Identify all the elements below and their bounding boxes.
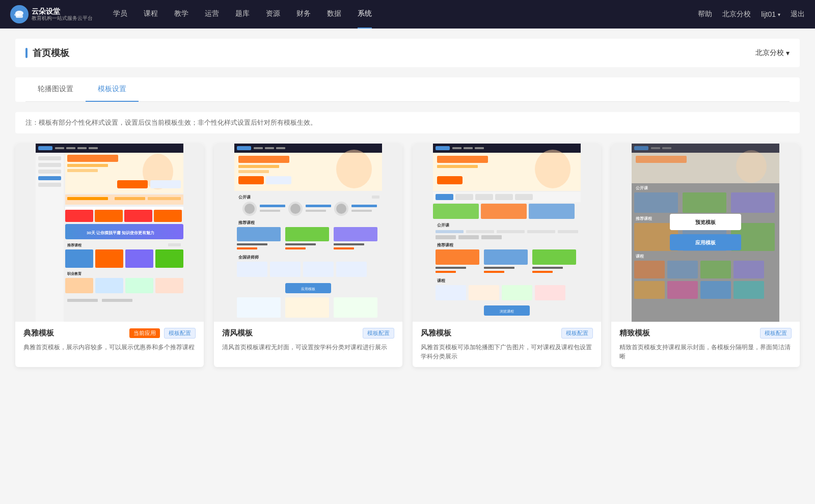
nav-xitong[interactable]: 系统 (358, 0, 372, 29)
page-header: 首页模板 北京分校 ▾ (15, 39, 800, 67)
svg-point-151 (736, 150, 767, 183)
svg-rect-87 (237, 262, 267, 277)
nav-caiwu[interactable]: 财务 (296, 0, 311, 29)
svg-rect-75 (237, 227, 281, 241)
svg-rect-42 (125, 278, 153, 293)
svg-text:公开课: 公开课 (238, 195, 251, 200)
badge-config-jingzhi[interactable]: 模板配置 (760, 328, 792, 339)
template-grid: 30天 让你摆脱平庸 知识使你更有魅力 推荐课程 职业教育 (15, 144, 800, 367)
nav-shuju[interactable]: 数据 (327, 0, 341, 29)
svg-text:推荐课程: 推荐课程 (238, 220, 255, 225)
svg-rect-80 (285, 243, 316, 245)
svg-rect-127 (436, 267, 466, 269)
svg-rect-131 (484, 267, 514, 269)
svg-rect-88 (270, 262, 301, 277)
svg-rect-55 (238, 170, 269, 173)
tab-moban[interactable]: 模板设置 (86, 77, 139, 102)
svg-rect-43 (155, 278, 183, 293)
template-badges-dianyang: 当前应用 模板配置 (129, 328, 196, 339)
notice-text: 注：模板有部分个性化样式设置，设置后仅当前模板生效；非个性化样式设置后针对所有模… (15, 112, 800, 133)
svg-text:课程: 课程 (636, 254, 644, 259)
svg-rect-130 (484, 249, 528, 265)
badge-config-qingfeng[interactable]: 模板配置 (363, 328, 394, 339)
svg-rect-18 (67, 169, 98, 172)
branch-name: 北京分校 (755, 48, 784, 58)
template-preview-qingfeng: 公开课 推荐课程 (214, 144, 402, 322)
template-desc-dianyang: 典雅首页模板，展示内容较多，可以展示优惠券和多个推荐课程 (23, 343, 196, 352)
branch-link[interactable]: 北京分校 (722, 10, 751, 19)
tabs-container: 轮播图设置 模板设置 (15, 77, 800, 102)
svg-rect-119 (527, 230, 555, 233)
svg-rect-120 (558, 230, 578, 233)
template-desc-jingzhi: 精致首页模板支持课程展示封面，各模板分隔明显，界面简洁清晰 (619, 343, 792, 361)
chevron-down-icon: ▾ (778, 12, 780, 17)
svg-rect-90 (336, 262, 367, 277)
svg-point-56 (336, 150, 372, 188)
user-dropdown[interactable]: lijt01 ▾ (761, 10, 780, 18)
svg-rect-89 (303, 262, 334, 277)
svg-rect-72 (351, 210, 372, 212)
svg-text:职业教育: 职业教育 (67, 271, 82, 276)
svg-rect-136 (532, 271, 553, 273)
svg-rect-84 (334, 243, 364, 245)
tab-lunbotu[interactable]: 轮播图设置 (25, 77, 86, 102)
svg-rect-150 (636, 156, 687, 163)
svg-rect-139 (469, 285, 499, 300)
svg-rect-10 (38, 156, 61, 160)
svg-rect-30 (154, 210, 182, 222)
nav-jiaoxue[interactable]: 教学 (174, 0, 188, 29)
svg-rect-163 (700, 261, 731, 278)
svg-rect-146 (634, 146, 648, 150)
template-card-qingfeng: 公开课 推荐课程 (214, 144, 402, 367)
svg-rect-109 (475, 194, 493, 200)
template-card-jingzhi: 公开课 推荐课程 课程 (611, 144, 800, 367)
svg-point-104 (535, 150, 570, 188)
template-desc-qingfeng: 清风首页模板课程无封面，可设置按学科分类对课程进行展示 (222, 343, 394, 352)
svg-rect-132 (484, 271, 504, 273)
svg-rect-128 (436, 271, 456, 273)
svg-rect-100 (475, 147, 484, 149)
svg-rect-38 (155, 249, 183, 268)
header: 云朵设堂 教育机构一站式服务云平台 学员 课程 教学 运营 题库 资源 财务 数… (0, 0, 815, 29)
svg-rect-53 (238, 156, 289, 163)
svg-rect-36 (95, 249, 123, 268)
svg-rect-2 (16, 15, 23, 18)
svg-rect-51 (276, 147, 285, 149)
logout-link[interactable]: 退出 (791, 10, 805, 19)
nav-tiku[interactable]: 题库 (235, 0, 250, 29)
help-link[interactable]: 帮助 (698, 10, 712, 19)
nav-ziyuan[interactable]: 资源 (266, 0, 280, 29)
svg-rect-165 (634, 281, 665, 299)
logo-text: 云朵设堂 教育机构一站式服务云平台 (32, 7, 93, 22)
svg-rect-154 (683, 192, 726, 213)
branch-selector[interactable]: 北京分校 ▾ (755, 48, 790, 58)
svg-rect-110 (495, 194, 513, 200)
nav-kecheng[interactable]: 课程 (144, 0, 158, 29)
badge-config-fengya[interactable]: 模板配置 (561, 328, 593, 339)
preview-svg-dianyang: 30天 让你摆脱平庸 知识使你更有魅力 推荐课程 职业教育 (15, 144, 204, 322)
logo: 云朵设堂 教育机构一站式服务云平台 (10, 5, 93, 23)
svg-rect-93 (237, 297, 281, 318)
template-footer-fengya: 风雅模板 模板配置 风雅首页模板可添加轮播图下广告图片，可对课程及课程包设置学科… (413, 322, 601, 367)
badge-config-dianyang[interactable]: 模板配置 (164, 328, 196, 339)
svg-rect-111 (515, 194, 533, 200)
svg-rect-138 (436, 285, 466, 300)
svg-rect-11 (38, 163, 61, 167)
svg-rect-167 (700, 281, 731, 299)
user-label: lijt01 (761, 10, 776, 18)
svg-rect-103 (437, 165, 478, 168)
svg-rect-141 (535, 285, 565, 300)
svg-rect-164 (734, 261, 764, 278)
svg-text:应用模板: 应用模板 (695, 240, 716, 245)
svg-rect-46 (102, 299, 132, 302)
nav-yunying[interactable]: 运营 (205, 0, 219, 29)
svg-rect-76 (237, 243, 267, 245)
svg-rect-26 (65, 207, 183, 210)
template-preview-jingzhi: 公开课 推荐课程 课程 (611, 144, 800, 322)
template-footer-dianyang: 典雅模板 当前应用 模板配置 典雅首页模板，展示内容较多，可以展示优惠券和多个推… (15, 322, 204, 358)
preview-svg-qingfeng: 公开课 推荐课程 (214, 144, 402, 322)
header-right: 帮助 北京分校 lijt01 ▾ 退出 (698, 10, 805, 19)
svg-rect-14 (38, 183, 61, 187)
nav-xueyuan[interactable]: 学员 (113, 0, 127, 29)
svg-rect-12 (38, 170, 61, 174)
